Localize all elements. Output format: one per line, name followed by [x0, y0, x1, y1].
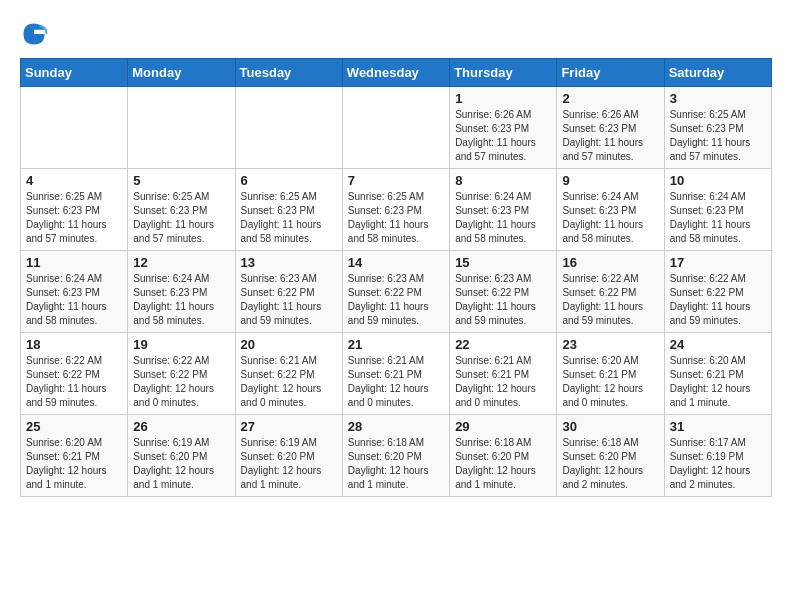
- day-number: 20: [241, 337, 337, 352]
- logo-icon: [20, 20, 48, 48]
- day-info: Sunrise: 6:21 AM Sunset: 6:21 PM Dayligh…: [455, 354, 551, 410]
- calendar-cell: 17Sunrise: 6:22 AM Sunset: 6:22 PM Dayli…: [664, 251, 771, 333]
- day-number: 25: [26, 419, 122, 434]
- calendar-cell: 6Sunrise: 6:25 AM Sunset: 6:23 PM Daylig…: [235, 169, 342, 251]
- day-of-week-header: Friday: [557, 59, 664, 87]
- day-info: Sunrise: 6:24 AM Sunset: 6:23 PM Dayligh…: [133, 272, 229, 328]
- day-info: Sunrise: 6:25 AM Sunset: 6:23 PM Dayligh…: [670, 108, 766, 164]
- day-info: Sunrise: 6:20 AM Sunset: 6:21 PM Dayligh…: [26, 436, 122, 492]
- day-number: 26: [133, 419, 229, 434]
- day-number: 6: [241, 173, 337, 188]
- day-number: 21: [348, 337, 444, 352]
- day-info: Sunrise: 6:19 AM Sunset: 6:20 PM Dayligh…: [241, 436, 337, 492]
- calendar-cell: 15Sunrise: 6:23 AM Sunset: 6:22 PM Dayli…: [450, 251, 557, 333]
- day-info: Sunrise: 6:24 AM Sunset: 6:23 PM Dayligh…: [670, 190, 766, 246]
- day-number: 1: [455, 91, 551, 106]
- calendar-cell: 1Sunrise: 6:26 AM Sunset: 6:23 PM Daylig…: [450, 87, 557, 169]
- day-number: 23: [562, 337, 658, 352]
- day-info: Sunrise: 6:22 AM Sunset: 6:22 PM Dayligh…: [670, 272, 766, 328]
- day-info: Sunrise: 6:20 AM Sunset: 6:21 PM Dayligh…: [562, 354, 658, 410]
- calendar-cell: 25Sunrise: 6:20 AM Sunset: 6:21 PM Dayli…: [21, 415, 128, 497]
- calendar-week-row: 1Sunrise: 6:26 AM Sunset: 6:23 PM Daylig…: [21, 87, 772, 169]
- calendar-cell: 7Sunrise: 6:25 AM Sunset: 6:23 PM Daylig…: [342, 169, 449, 251]
- day-number: 29: [455, 419, 551, 434]
- day-number: 4: [26, 173, 122, 188]
- calendar-cell: [128, 87, 235, 169]
- day-info: Sunrise: 6:22 AM Sunset: 6:22 PM Dayligh…: [26, 354, 122, 410]
- calendar-cell: 8Sunrise: 6:24 AM Sunset: 6:23 PM Daylig…: [450, 169, 557, 251]
- calendar-week-row: 25Sunrise: 6:20 AM Sunset: 6:21 PM Dayli…: [21, 415, 772, 497]
- day-number: 8: [455, 173, 551, 188]
- day-of-week-header: Wednesday: [342, 59, 449, 87]
- day-info: Sunrise: 6:21 AM Sunset: 6:21 PM Dayligh…: [348, 354, 444, 410]
- logo: [20, 20, 52, 48]
- day-of-week-header: Saturday: [664, 59, 771, 87]
- day-number: 11: [26, 255, 122, 270]
- calendar-cell: 14Sunrise: 6:23 AM Sunset: 6:22 PM Dayli…: [342, 251, 449, 333]
- calendar-cell: 31Sunrise: 6:17 AM Sunset: 6:19 PM Dayli…: [664, 415, 771, 497]
- day-number: 27: [241, 419, 337, 434]
- calendar-cell: 10Sunrise: 6:24 AM Sunset: 6:23 PM Dayli…: [664, 169, 771, 251]
- day-info: Sunrise: 6:22 AM Sunset: 6:22 PM Dayligh…: [133, 354, 229, 410]
- day-info: Sunrise: 6:25 AM Sunset: 6:23 PM Dayligh…: [348, 190, 444, 246]
- calendar-cell: 23Sunrise: 6:20 AM Sunset: 6:21 PM Dayli…: [557, 333, 664, 415]
- calendar-cell: 3Sunrise: 6:25 AM Sunset: 6:23 PM Daylig…: [664, 87, 771, 169]
- calendar-table: SundayMondayTuesdayWednesdayThursdayFrid…: [20, 58, 772, 497]
- calendar-cell: 13Sunrise: 6:23 AM Sunset: 6:22 PM Dayli…: [235, 251, 342, 333]
- day-number: 18: [26, 337, 122, 352]
- day-number: 5: [133, 173, 229, 188]
- day-info: Sunrise: 6:20 AM Sunset: 6:21 PM Dayligh…: [670, 354, 766, 410]
- day-number: 14: [348, 255, 444, 270]
- day-info: Sunrise: 6:19 AM Sunset: 6:20 PM Dayligh…: [133, 436, 229, 492]
- calendar-cell: 20Sunrise: 6:21 AM Sunset: 6:22 PM Dayli…: [235, 333, 342, 415]
- calendar-cell: 11Sunrise: 6:24 AM Sunset: 6:23 PM Dayli…: [21, 251, 128, 333]
- calendar-cell: 28Sunrise: 6:18 AM Sunset: 6:20 PM Dayli…: [342, 415, 449, 497]
- day-number: 7: [348, 173, 444, 188]
- calendar-cell: 22Sunrise: 6:21 AM Sunset: 6:21 PM Dayli…: [450, 333, 557, 415]
- calendar-cell: 27Sunrise: 6:19 AM Sunset: 6:20 PM Dayli…: [235, 415, 342, 497]
- day-number: 22: [455, 337, 551, 352]
- day-number: 12: [133, 255, 229, 270]
- day-info: Sunrise: 6:24 AM Sunset: 6:23 PM Dayligh…: [562, 190, 658, 246]
- day-info: Sunrise: 6:25 AM Sunset: 6:23 PM Dayligh…: [26, 190, 122, 246]
- day-info: Sunrise: 6:24 AM Sunset: 6:23 PM Dayligh…: [26, 272, 122, 328]
- day-of-week-header: Monday: [128, 59, 235, 87]
- day-number: 3: [670, 91, 766, 106]
- day-info: Sunrise: 6:25 AM Sunset: 6:23 PM Dayligh…: [241, 190, 337, 246]
- day-info: Sunrise: 6:17 AM Sunset: 6:19 PM Dayligh…: [670, 436, 766, 492]
- calendar-cell: 26Sunrise: 6:19 AM Sunset: 6:20 PM Dayli…: [128, 415, 235, 497]
- day-info: Sunrise: 6:18 AM Sunset: 6:20 PM Dayligh…: [455, 436, 551, 492]
- calendar-cell: 9Sunrise: 6:24 AM Sunset: 6:23 PM Daylig…: [557, 169, 664, 251]
- calendar-cell: [342, 87, 449, 169]
- calendar-cell: [21, 87, 128, 169]
- day-number: 31: [670, 419, 766, 434]
- calendar-cell: 5Sunrise: 6:25 AM Sunset: 6:23 PM Daylig…: [128, 169, 235, 251]
- day-number: 24: [670, 337, 766, 352]
- day-info: Sunrise: 6:22 AM Sunset: 6:22 PM Dayligh…: [562, 272, 658, 328]
- day-of-week-header: Tuesday: [235, 59, 342, 87]
- calendar-week-row: 4Sunrise: 6:25 AM Sunset: 6:23 PM Daylig…: [21, 169, 772, 251]
- calendar-cell: 2Sunrise: 6:26 AM Sunset: 6:23 PM Daylig…: [557, 87, 664, 169]
- calendar-week-row: 11Sunrise: 6:24 AM Sunset: 6:23 PM Dayli…: [21, 251, 772, 333]
- calendar-cell: [235, 87, 342, 169]
- day-number: 10: [670, 173, 766, 188]
- day-number: 13: [241, 255, 337, 270]
- day-number: 16: [562, 255, 658, 270]
- calendar-cell: 19Sunrise: 6:22 AM Sunset: 6:22 PM Dayli…: [128, 333, 235, 415]
- day-number: 28: [348, 419, 444, 434]
- calendar-cell: 24Sunrise: 6:20 AM Sunset: 6:21 PM Dayli…: [664, 333, 771, 415]
- calendar-cell: 18Sunrise: 6:22 AM Sunset: 6:22 PM Dayli…: [21, 333, 128, 415]
- calendar-cell: 12Sunrise: 6:24 AM Sunset: 6:23 PM Dayli…: [128, 251, 235, 333]
- calendar-cell: 21Sunrise: 6:21 AM Sunset: 6:21 PM Dayli…: [342, 333, 449, 415]
- day-of-week-header: Sunday: [21, 59, 128, 87]
- day-number: 9: [562, 173, 658, 188]
- calendar-cell: 4Sunrise: 6:25 AM Sunset: 6:23 PM Daylig…: [21, 169, 128, 251]
- day-info: Sunrise: 6:23 AM Sunset: 6:22 PM Dayligh…: [455, 272, 551, 328]
- day-number: 2: [562, 91, 658, 106]
- calendar-cell: 30Sunrise: 6:18 AM Sunset: 6:20 PM Dayli…: [557, 415, 664, 497]
- day-info: Sunrise: 6:23 AM Sunset: 6:22 PM Dayligh…: [348, 272, 444, 328]
- day-info: Sunrise: 6:18 AM Sunset: 6:20 PM Dayligh…: [562, 436, 658, 492]
- calendar-cell: 29Sunrise: 6:18 AM Sunset: 6:20 PM Dayli…: [450, 415, 557, 497]
- day-info: Sunrise: 6:21 AM Sunset: 6:22 PM Dayligh…: [241, 354, 337, 410]
- day-number: 19: [133, 337, 229, 352]
